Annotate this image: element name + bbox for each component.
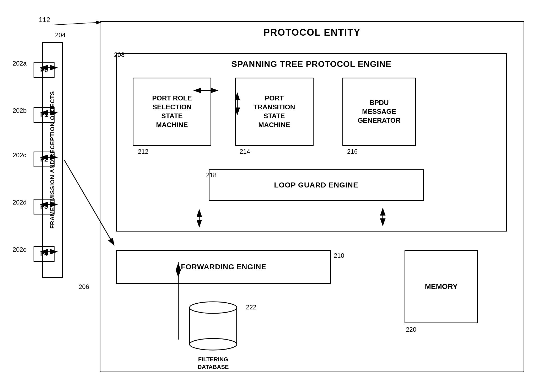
stp-engine-label: SPANNING TREE PROTOCOL ENGINE — [232, 59, 391, 69]
ref-202e-label: 202e — [13, 246, 26, 253]
bpdu-ref: 216 — [347, 148, 358, 155]
port-p4-label: P4 — [40, 250, 48, 257]
ref-202d-label: 202d — [13, 199, 26, 206]
lge-label: LOOP GUARD ENGINE — [274, 181, 358, 189]
prsm-box: PORT ROLESELECTIONSTATEMACHINE — [133, 78, 211, 146]
ref-206-label: 206 — [79, 283, 89, 291]
prsm-label: PORT ROLESELECTIONSTATEMACHINE — [152, 94, 192, 129]
fe-ref: 210 — [334, 252, 344, 259]
svg-line-3 — [54, 22, 101, 25]
lge-ref: 218 — [206, 171, 217, 179]
db-label: FILTERINGDATABASE — [184, 356, 242, 371]
port-p2-box: P2 — [34, 152, 55, 167]
protocol-entity-label: PROTOCOL ENTITY — [263, 27, 361, 38]
ptsm-box: PORTTRANSITIONSTATEMACHINE — [235, 78, 314, 146]
prsm-ref: 212 — [138, 148, 148, 155]
port-p0-label: P0 — [40, 67, 48, 74]
memory-box: MEMORY — [405, 250, 478, 323]
db-cylinder-svg — [184, 300, 242, 352]
fe-label: FORWARDING ENGINE — [181, 263, 266, 271]
db-ref: 222 — [246, 304, 256, 311]
ref-202b-label: 202b — [13, 107, 26, 114]
memory-label: MEMORY — [425, 282, 458, 291]
port-p1-label: P1 — [40, 111, 48, 119]
fe-box: FORWARDING ENGINE — [116, 250, 331, 284]
protocol-entity-box: PROTOCOL ENTITY SPANNING TREE PROTOCOL E… — [100, 21, 524, 372]
stp-engine-box: SPANNING TREE PROTOCOL ENGINE PORT ROLES… — [116, 53, 507, 232]
lge-box: LOOP GUARD ENGINE — [209, 169, 424, 201]
ref-112-label: 112 — [39, 16, 50, 24]
port-p4-box: P4 — [34, 246, 55, 262]
port-p2-label: P2 — [40, 156, 48, 163]
stp-ref: 208 — [114, 51, 125, 58]
bpdu-label: BPDUMESSAGEGENERATOR — [358, 98, 401, 125]
ptsm-label: PORTTRANSITIONSTATEMACHINE — [254, 94, 295, 129]
memory-ref: 220 — [406, 326, 416, 333]
diagram: 112 — [0, 0, 549, 392]
bpdu-box: BPDUMESSAGEGENERATOR — [342, 78, 416, 146]
svg-point-18 — [190, 339, 237, 350]
port-p3-box: P3 — [34, 199, 55, 214]
ref-202c-label: 202c — [13, 152, 26, 159]
ptsm-ref: 214 — [240, 148, 250, 155]
svg-point-17 — [190, 302, 237, 313]
port-p3-label: P3 — [40, 203, 48, 210]
db-container: FILTERINGDATABASE — [184, 300, 242, 363]
ref-202a-label: 202a — [13, 60, 26, 67]
port-p1-box: P1 — [34, 107, 55, 123]
port-p0-box: P0 — [34, 62, 55, 78]
frame-ref: 204 — [55, 31, 66, 39]
